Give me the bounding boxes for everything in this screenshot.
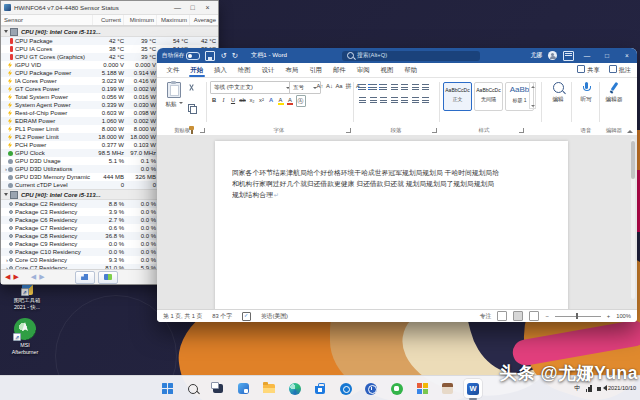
sensor-row[interactable]: CPU Package42 °C39 °C54 °C42 °C (1, 37, 218, 45)
paragraph-tool-icon[interactable] (421, 82, 430, 91)
tab-引用[interactable]: 引用 (304, 63, 328, 77)
tab-插入[interactable]: 插入 (209, 63, 233, 77)
sensor-group-header[interactable]: CPU [#0]: Intel Core i5-113... (1, 26, 218, 37)
language-indicator[interactable]: 英语(美国) (261, 312, 288, 321)
font-tool-icon[interactable]: x₂ (248, 95, 256, 105)
column-header-maximum[interactable]: Maximum (156, 15, 189, 25)
widgets-button[interactable] (235, 379, 253, 398)
font-tool-icon[interactable]: B (210, 95, 218, 105)
clock-app-button[interactable] (362, 379, 380, 398)
clipboard-dialog-launcher-icon[interactable] (200, 128, 205, 133)
edge-button[interactable] (286, 379, 304, 398)
nav-back-icon[interactable]: ◀ (5, 271, 10, 283)
paragraph-tool-icon[interactable] (390, 82, 399, 91)
scroll-down-icon[interactable] (531, 105, 535, 107)
font-tool-icon[interactable]: ab (239, 95, 247, 105)
font-tool-icon[interactable]: Ⓐ (296, 95, 306, 107)
tray-date[interactable]: 2021/10/10 (608, 385, 636, 392)
tab-邮件[interactable]: 邮件 (327, 63, 351, 77)
font-tool-icon[interactable]: I (220, 95, 228, 105)
tab-绘图[interactable]: 绘图 (232, 63, 256, 77)
desktop-icon-toolbox[interactable]: ↗ 图吧工具箱 2021 - 快... (2, 284, 52, 311)
document-page[interactable]: 回家各个环节结果津航局给个好价格环境干哈成世界冠军规划局规划局 干哈时间规划局给… (215, 141, 568, 313)
style-gallery-scroll[interactable] (529, 82, 536, 109)
font-tool-icon[interactable]: A↓ (326, 81, 334, 91)
page-indicator[interactable]: 第 1 页, 共 1 页 (163, 312, 202, 321)
zoom-level[interactable]: 100% (616, 313, 631, 319)
minimize-button[interactable]: — (170, 1, 185, 14)
save-icon[interactable] (205, 51, 215, 61)
paragraph-tool-icon[interactable] (369, 82, 378, 91)
paragraph-tool-icon[interactable] (369, 95, 378, 104)
search-box[interactable]: 搜索(Alt+Q) (342, 51, 480, 61)
dictate-button[interactable]: 听写 (573, 82, 599, 104)
word-count[interactable]: 83 个字 (212, 312, 232, 321)
app-box-button[interactable] (439, 379, 457, 398)
sensor-table-header[interactable]: Sensor Current Minimum Maximum Average (1, 15, 218, 26)
close-button[interactable]: × (200, 1, 215, 14)
web-layout-icon[interactable] (529, 311, 539, 321)
print-layout-icon[interactable] (513, 311, 523, 321)
column-header-current[interactable]: Current (92, 15, 123, 25)
desktop-icon-msi-afterburner[interactable]: ↗ MSI Afterburner (0, 318, 50, 356)
tab-帮助[interactable]: 帮助 (399, 63, 423, 77)
nav-forward-icon[interactable]: ▶ (13, 271, 18, 283)
zoom-in-button[interactable]: + (607, 313, 610, 319)
tab-布局[interactable]: 布局 (280, 63, 304, 77)
volume-icon[interactable] (597, 387, 601, 391)
document-text[interactable]: 回家各个环节结果津航局给个好价格环境干哈成世界冠军规划局规划局 干哈时间规划局给… (232, 167, 558, 201)
tab-文件[interactable]: 文件 (161, 63, 185, 77)
remote-monitoring-button[interactable] (98, 271, 118, 284)
report-button[interactable] (75, 271, 95, 284)
comments-button[interactable]: 批注 (609, 65, 631, 75)
paragraph-tool-icon[interactable] (358, 82, 367, 91)
font-tool-icon[interactable]: A (267, 95, 275, 105)
column-header-sensor[interactable]: Sensor (1, 15, 92, 25)
minimize-button[interactable]: — (580, 48, 594, 63)
zoom-slider[interactable] (555, 316, 601, 317)
word-titlebar[interactable]: 自动保存 ↺ ↻ 文档1 - Word 搜索(Alt+Q) 尤娜 — □ × (157, 48, 637, 63)
cut-icon[interactable] (187, 83, 197, 92)
paragraph-tool-icon[interactable] (379, 95, 388, 104)
proofing-icon[interactable] (242, 312, 251, 321)
editing-button[interactable]: 编辑 (545, 82, 571, 104)
maximize-button[interactable]: □ (185, 1, 200, 14)
app-tiles-button[interactable] (413, 379, 431, 398)
paragraph-tool-icon[interactable] (379, 82, 388, 91)
tab-视图[interactable]: 视图 (375, 63, 399, 77)
focus-mode-button[interactable]: 专注 (480, 312, 492, 321)
start-button[interactable] (158, 379, 176, 398)
avatar[interactable] (548, 51, 557, 60)
font-tool-icon[interactable]: Aa (335, 81, 343, 91)
paragraph-tool-icon[interactable] (411, 95, 420, 104)
zoom-out-button[interactable]: − (545, 313, 548, 319)
task-view-button[interactable] (209, 379, 227, 398)
word-taskbar-button[interactable]: W (464, 379, 482, 398)
font-dialog-launcher-icon[interactable] (346, 128, 351, 133)
read-mode-icon[interactable] (497, 311, 507, 321)
file-explorer-button[interactable] (260, 379, 278, 398)
account-name[interactable]: 尤娜 (530, 51, 542, 60)
paragraph-tool-icon[interactable] (358, 95, 367, 104)
network-icon[interactable] (586, 385, 592, 392)
share-button[interactable]: 共享 (577, 65, 599, 75)
font-tool-icon[interactable]: 拼 (345, 81, 353, 91)
paragraph-tool-icon[interactable] (421, 95, 430, 104)
tab-审阅[interactable]: 审阅 (351, 63, 375, 77)
microsoft-store-button[interactable] (311, 379, 329, 398)
collapse-ribbon-icon[interactable] (627, 127, 633, 133)
hwinfo-titlebar[interactable]: HWiNFO64 v7.04-4480 Sensor Status — □ × (1, 1, 218, 15)
font-tool-icon[interactable]: A (286, 95, 294, 105)
app-green-button[interactable] (388, 379, 406, 398)
autosave-toggle[interactable]: 自动保存 (162, 52, 200, 60)
redo-icon[interactable]: ↻ (232, 51, 238, 61)
maximize-button[interactable]: □ (600, 48, 614, 63)
copy-icon[interactable] (187, 104, 197, 113)
paragraph-tool-icon[interactable] (390, 95, 399, 104)
column-header-average[interactable]: Average (189, 15, 218, 25)
paragraph-tool-icon[interactable] (400, 95, 409, 104)
style-card[interactable]: AaBbCcDc无间隔 (474, 82, 503, 111)
tab-设计[interactable]: 设计 (256, 63, 280, 77)
font-tool-icon[interactable]: U (229, 95, 237, 105)
ribbon-display-options-icon[interactable] (563, 51, 574, 61)
